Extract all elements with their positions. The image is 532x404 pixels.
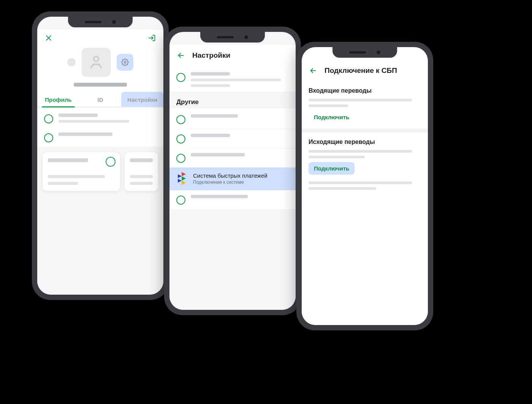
outgoing-heading: Исходящие переводы xyxy=(309,139,421,145)
settings-chip[interactable] xyxy=(117,54,133,71)
incoming-block: Входящие переводы Подключить xyxy=(302,81,428,129)
sbp-icon xyxy=(176,172,188,185)
list-item[interactable] xyxy=(37,109,163,128)
section-title-other: Другие xyxy=(169,92,296,108)
incoming-heading: Входящие переводы xyxy=(309,87,421,94)
back-icon[interactable] xyxy=(308,65,318,76)
svg-marker-2 xyxy=(178,174,182,178)
username-placeholder xyxy=(74,83,127,87)
radio-icon xyxy=(176,196,185,205)
cards-row xyxy=(37,147,163,191)
screen-content: Настройки Другие xyxy=(169,32,296,310)
phone-screen: Профиль ID Настройки xyxy=(37,17,163,295)
status-dot xyxy=(67,58,76,66)
screen-content: Профиль ID Настройки xyxy=(37,17,163,295)
phone-screen: Подключение к СБП Входящие переводы Подк… xyxy=(302,47,428,325)
svg-marker-3 xyxy=(178,179,182,183)
list-item[interactable] xyxy=(169,148,296,167)
extra-block xyxy=(302,180,428,195)
phone-mockup-settings: Настройки Другие xyxy=(164,27,301,315)
tabs: Профиль ID Настройки xyxy=(37,92,163,107)
phone-screen: Настройки Другие xyxy=(169,32,296,310)
card[interactable] xyxy=(43,152,120,191)
profile-list xyxy=(37,107,163,147)
settings-list-other: Система быстрых платежей Подключение к с… xyxy=(169,108,296,209)
radio-icon xyxy=(106,157,116,167)
list-item[interactable] xyxy=(169,190,296,209)
nav-header: Подключение к СБП xyxy=(302,60,428,81)
radio-icon xyxy=(44,114,53,123)
section-divider xyxy=(302,129,428,133)
settings-list-top xyxy=(169,66,296,92)
tab-profile[interactable]: Профиль xyxy=(37,92,79,107)
back-icon[interactable] xyxy=(176,50,186,61)
phone-notch xyxy=(68,17,133,27)
radio-icon xyxy=(176,134,185,144)
svg-marker-5 xyxy=(182,172,186,176)
avatar[interactable] xyxy=(82,48,111,77)
profile-block xyxy=(37,45,163,92)
tab-settings[interactable]: Настройки xyxy=(121,92,163,107)
sbp-item[interactable]: Система быстрых платежей Подключение к с… xyxy=(169,167,296,190)
phone-notch xyxy=(200,32,265,43)
list-item[interactable] xyxy=(169,68,296,92)
radio-icon xyxy=(44,133,53,142)
outgoing-block: Исходящие переводы Подключить xyxy=(302,133,428,180)
gear-icon xyxy=(121,58,129,66)
screen-content: Подключение к СБП Входящие переводы Подк… xyxy=(302,47,428,325)
svg-point-0 xyxy=(94,57,99,62)
phone-mockup-sbp: Подключение к СБП Входящие переводы Подк… xyxy=(296,42,433,330)
card[interactable] xyxy=(125,152,158,191)
page-title: Настройки xyxy=(192,51,230,60)
close-icon[interactable] xyxy=(43,33,54,43)
outgoing-connect-button[interactable]: Подключить xyxy=(309,162,355,175)
phone-mockup-profile: Профиль ID Настройки xyxy=(32,11,169,300)
phone-notch xyxy=(332,47,397,58)
logout-icon[interactable] xyxy=(147,33,157,43)
sbp-subtitle: Подключение к системе xyxy=(193,180,268,185)
svg-marker-6 xyxy=(182,181,186,185)
svg-marker-4 xyxy=(182,176,186,181)
incoming-connect-button[interactable]: Подключить xyxy=(309,111,355,123)
page-title: Подключение к СБП xyxy=(325,66,397,75)
list-item[interactable] xyxy=(37,128,163,147)
header-row xyxy=(37,30,163,45)
list-item[interactable] xyxy=(169,129,296,148)
list-item[interactable] xyxy=(169,110,296,129)
radio-icon xyxy=(176,115,185,124)
sbp-title: Система быстрых платежей xyxy=(193,172,268,179)
radio-icon xyxy=(176,154,185,163)
tab-id[interactable]: ID xyxy=(79,92,122,107)
svg-point-1 xyxy=(124,62,126,63)
radio-icon xyxy=(176,73,185,82)
nav-header: Настройки xyxy=(169,45,296,66)
